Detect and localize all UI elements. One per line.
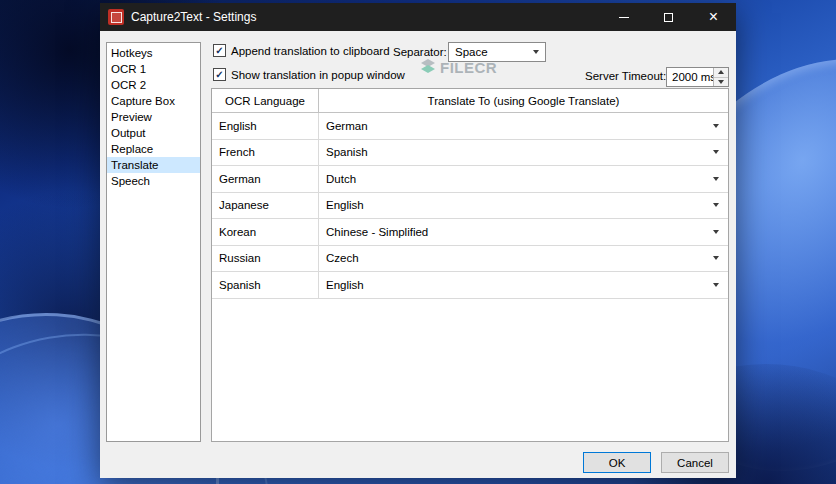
settings-window: Capture2Text - Settings × Hotkeys OCR 1 …: [100, 3, 736, 478]
chevron-down-icon: [713, 124, 719, 128]
close-icon: ×: [709, 9, 718, 25]
table-row: Korean Chinese - Simplified: [212, 219, 728, 246]
minimize-icon: [619, 17, 629, 18]
spin-up-button[interactable]: [714, 68, 728, 78]
cancel-button[interactable]: Cancel: [661, 452, 729, 473]
chevron-down-icon: [533, 50, 539, 54]
sidebar-item-capture-box[interactable]: Capture Box: [107, 93, 200, 109]
table-row: French Spanish: [212, 140, 728, 167]
chevron-down-icon: [718, 80, 724, 84]
translate-to-combobox[interactable]: Dutch: [319, 166, 728, 192]
desktop-wallpaper: Capture2Text - Settings × Hotkeys OCR 1 …: [0, 0, 836, 484]
sidebar-item-hotkeys[interactable]: Hotkeys: [107, 45, 200, 61]
chevron-down-icon: [713, 256, 719, 260]
settings-nav-list: Hotkeys OCR 1 OCR 2 Capture Box Preview …: [106, 42, 201, 442]
server-timeout-value: 2000 ms: [672, 71, 716, 83]
spinner-buttons: [713, 68, 728, 86]
sidebar-item-ocr-2[interactable]: OCR 2: [107, 77, 200, 93]
translate-to-combobox[interactable]: Czech: [319, 246, 728, 272]
chevron-down-icon: [713, 150, 719, 154]
sidebar-item-speech[interactable]: Speech: [107, 173, 200, 189]
translation-table: OCR Language Translate To (using Google …: [211, 88, 729, 442]
translate-to-value: English: [326, 199, 364, 211]
sidebar-item-replace[interactable]: Replace: [107, 141, 200, 157]
ocr-language-cell[interactable]: Korean: [212, 219, 319, 245]
append-clipboard-checkbox[interactable]: ✓: [213, 44, 226, 57]
spin-down-button[interactable]: [714, 78, 728, 87]
table-row: Japanese English: [212, 193, 728, 220]
translate-to-combobox[interactable]: German: [319, 113, 728, 139]
translate-to-value: English: [326, 279, 364, 291]
popup-window-label: Show translation in popup window: [231, 69, 405, 81]
ok-button[interactable]: OK: [583, 452, 651, 473]
translate-to-combobox[interactable]: Spanish: [319, 140, 728, 166]
table-header-row: OCR Language Translate To (using Google …: [212, 89, 728, 113]
sidebar-item-translate[interactable]: Translate: [107, 157, 200, 173]
sidebar-item-ocr-1[interactable]: OCR 1: [107, 61, 200, 77]
translate-to-value: Spanish: [326, 146, 368, 158]
translate-to-value: Chinese - Simplified: [326, 226, 428, 238]
translate-to-combobox[interactable]: English: [319, 272, 728, 298]
chevron-down-icon: [713, 177, 719, 181]
checkmark-icon: ✓: [215, 46, 223, 56]
table-row: German Dutch: [212, 166, 728, 193]
translate-to-combobox[interactable]: Chinese - Simplified: [319, 219, 728, 245]
chevron-down-icon: [713, 203, 719, 207]
checkmark-icon: ✓: [215, 70, 223, 80]
translate-to-header: Translate To (using Google Translate): [319, 89, 728, 112]
separator-dropdown[interactable]: Space: [448, 42, 546, 62]
popup-window-checkbox[interactable]: ✓: [213, 68, 226, 81]
ocr-language-header: OCR Language: [212, 89, 319, 112]
table-row: Spanish English: [212, 272, 728, 299]
cancel-button-label: Cancel: [677, 457, 713, 469]
translate-to-value: German: [326, 120, 368, 132]
translate-to-value: Dutch: [326, 173, 356, 185]
append-clipboard-label: Append translation to clipboard: [231, 45, 390, 57]
window-controls: ×: [601, 3, 736, 31]
ocr-language-cell[interactable]: German: [212, 166, 319, 192]
ocr-language-cell[interactable]: Russian: [212, 246, 319, 272]
maximize-button[interactable]: [646, 3, 691, 31]
filecr-logo-icon: [420, 57, 436, 77]
translate-to-combobox[interactable]: English: [319, 193, 728, 219]
app-icon: [108, 9, 124, 25]
table-row: English German: [212, 113, 728, 140]
chevron-down-icon: [713, 283, 719, 287]
maximize-icon: [664, 13, 673, 22]
server-timeout-spinbox[interactable]: 2000 ms: [666, 67, 729, 87]
separator-label: Separator:: [393, 46, 447, 58]
ocr-language-cell[interactable]: English: [212, 113, 319, 139]
ok-button-label: OK: [609, 457, 626, 469]
separator-value: Space: [455, 46, 488, 58]
ocr-language-cell[interactable]: Spanish: [212, 272, 319, 298]
titlebar[interactable]: Capture2Text - Settings ×: [100, 3, 736, 31]
sidebar-item-output[interactable]: Output: [107, 125, 200, 141]
ocr-language-cell[interactable]: French: [212, 140, 319, 166]
server-timeout-label: Server Timeout:: [585, 70, 666, 82]
minimize-button[interactable]: [601, 3, 646, 31]
sidebar-item-preview[interactable]: Preview: [107, 109, 200, 125]
translate-to-value: Czech: [326, 252, 359, 264]
close-button[interactable]: ×: [691, 3, 736, 31]
chevron-up-icon: [718, 70, 724, 74]
chevron-down-icon: [713, 230, 719, 234]
window-title: Capture2Text - Settings: [131, 10, 256, 24]
table-row: Russian Czech: [212, 246, 728, 273]
ocr-language-cell[interactable]: Japanese: [212, 193, 319, 219]
